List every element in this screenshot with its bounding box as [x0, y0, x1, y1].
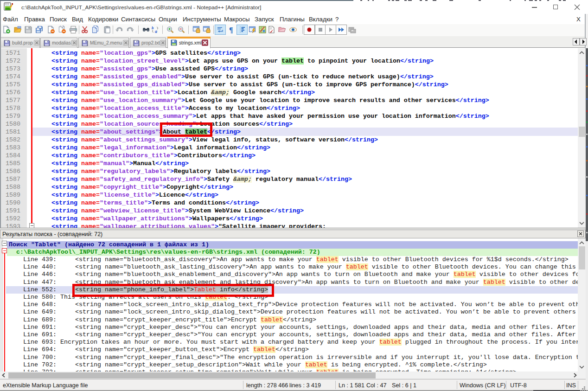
- svg-text:a: a: [155, 29, 157, 34]
- svg-text:b: b: [152, 26, 154, 30]
- svg-text:¶: ¶: [229, 26, 233, 34]
